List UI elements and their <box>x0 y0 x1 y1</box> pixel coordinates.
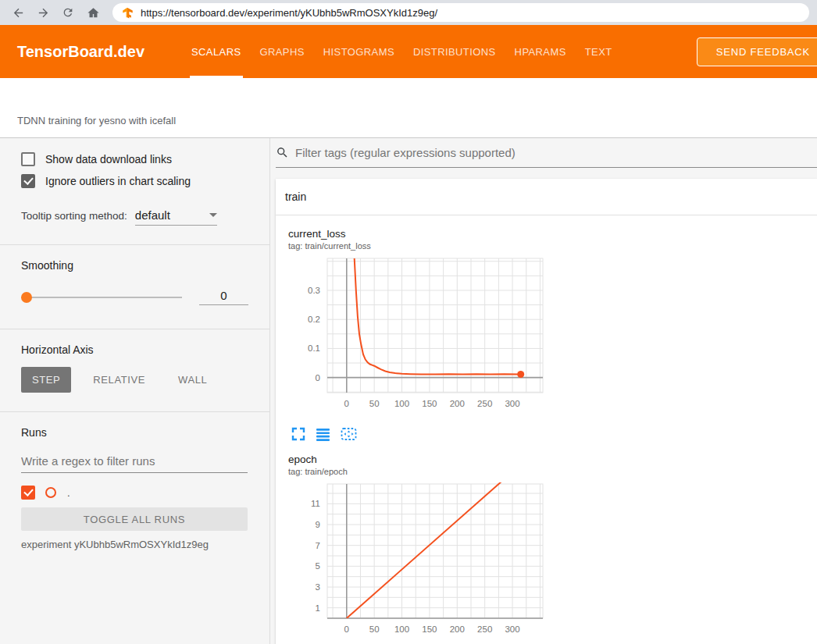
horizontal-axis-label: Horizontal Axis <box>21 343 248 356</box>
axis-option-wall[interactable]: WALL <box>167 367 218 393</box>
group-name: train <box>285 190 306 203</box>
smoothing-slider[interactable] <box>21 292 182 303</box>
run-list-item: . <box>21 486 248 500</box>
main-panel: train current_losstag: train/current_los… <box>270 138 817 644</box>
tensorboard-favicon <box>122 7 134 19</box>
divider <box>0 244 269 245</box>
svg-text:9: 9 <box>316 520 320 529</box>
tooltip-sort-value: default <box>135 208 170 222</box>
chart-title: current_loss <box>288 228 546 240</box>
train-group-card: train current_losstag: train/current_los… <box>276 179 817 644</box>
svg-text:250: 250 <box>477 399 492 408</box>
svg-text:200: 200 <box>450 624 465 634</box>
slider-handle[interactable] <box>21 292 32 303</box>
chart-plot[interactable]: 0501001502002503001357911 <box>285 481 546 643</box>
axis-option-step[interactable]: STEP <box>21 367 71 393</box>
svg-text:0.1: 0.1 <box>308 343 320 353</box>
charts-grid: current_losstag: train/current_loss05010… <box>276 215 817 644</box>
divider <box>0 329 269 329</box>
tab-hparams[interactable]: HPARAMS <box>505 25 576 78</box>
show-download-label: Show data download links <box>45 153 172 165</box>
svg-text:0.2: 0.2 <box>308 315 320 324</box>
run-color-ring-icon <box>45 487 56 498</box>
svg-text:100: 100 <box>394 399 409 408</box>
runs-label: Runs <box>21 426 248 439</box>
settings-sidebar: Show data download links Ignore outliers… <box>0 138 270 644</box>
tag-filter-input[interactable] <box>295 146 817 159</box>
chart-current_loss: current_losstag: train/current_loss05010… <box>285 228 546 441</box>
nav-tabs: SCALARSGRAPHSHISTOGRAMSDISTRIBUTIONSHPAR… <box>182 25 622 78</box>
chart-tag: tag: train/current_loss <box>288 241 546 251</box>
chart-toolbar <box>291 427 546 441</box>
home-icon[interactable] <box>83 2 103 23</box>
train-group-header[interactable]: train <box>276 179 817 215</box>
svg-text:300: 300 <box>505 624 519 634</box>
svg-text:250: 250 <box>477 624 492 634</box>
svg-text:0: 0 <box>344 399 349 408</box>
brand-title: TensorBoard.dev <box>17 43 144 61</box>
tooltip-sort-dropdown[interactable]: default <box>135 208 217 226</box>
tag-filter-bar <box>276 138 817 168</box>
chart-epoch: epochtag: train/epoch0501001502002503001… <box>285 454 546 644</box>
svg-text:100: 100 <box>394 624 409 634</box>
chart-tag: tag: train/epoch <box>288 467 546 476</box>
svg-text:11: 11 <box>311 499 320 508</box>
ignore-outliers-label: Ignore outliers in chart scaling <box>45 175 191 187</box>
tab-scalars[interactable]: SCALARS <box>182 25 251 78</box>
url-bar[interactable]: https://tensorboard.dev/experiment/yKUbh… <box>112 3 809 22</box>
axis-option-relative[interactable]: RELATIVE <box>82 367 156 393</box>
run-name: . <box>67 487 70 499</box>
send-feedback-button[interactable]: SEND FEEDBACK <box>697 37 817 66</box>
svg-text:3: 3 <box>316 582 320 592</box>
svg-text:0.3: 0.3 <box>308 286 320 295</box>
svg-text:5: 5 <box>316 561 320 571</box>
search-icon <box>276 146 289 159</box>
svg-text:150: 150 <box>422 399 437 408</box>
reload-icon[interactable] <box>58 2 78 23</box>
browser-toolbar: https://tensorboard.dev/experiment/yKUbh… <box>0 0 817 25</box>
svg-text:200: 200 <box>450 399 465 408</box>
toggle-all-runs-button[interactable]: TOGGLE ALL RUNS <box>21 507 248 531</box>
svg-text:50: 50 <box>369 399 380 408</box>
horizontal-axis-buttons: STEPRELATIVEWALL <box>21 367 248 393</box>
tab-distributions[interactable]: DISTRIBUTIONS <box>404 25 505 78</box>
chart-plot[interactable]: 05010015020025030000.10.20.3 <box>285 255 546 418</box>
experiment-id: experiment yKUbhb5wRmOSXYkId1z9eg <box>21 539 248 550</box>
ignore-outliers-checkbox[interactable] <box>21 174 35 188</box>
url-text: https://tensorboard.dev/experiment/yKUbh… <box>141 7 437 19</box>
tab-histograms[interactable]: HISTOGRAMS <box>314 25 404 78</box>
svg-text:300: 300 <box>505 399 519 408</box>
experiment-title-bar: TDNN training for yesno with icefall <box>0 78 817 138</box>
svg-text:1: 1 <box>316 603 320 613</box>
tab-graphs[interactable]: GRAPHS <box>251 25 314 78</box>
svg-text:7: 7 <box>316 541 320 550</box>
fullscreen-icon[interactable] <box>291 427 305 441</box>
app-header: TensorBoard.dev SCALARSGRAPHSHISTOGRAMSD… <box>0 25 817 78</box>
divider <box>0 411 269 412</box>
runs-filter-input[interactable] <box>21 454 248 473</box>
forward-icon[interactable] <box>33 2 53 23</box>
back-icon[interactable] <box>8 2 28 23</box>
experiment-title: TDNN training for yesno with icefall <box>17 115 176 126</box>
tab-text[interactable]: TEXT <box>576 25 622 78</box>
svg-text:0: 0 <box>344 624 349 634</box>
svg-text:150: 150 <box>422 624 437 634</box>
svg-text:50: 50 <box>369 624 380 634</box>
smoothing-value[interactable]: 0 <box>199 289 248 305</box>
show-download-checkbox[interactable] <box>21 152 35 166</box>
log-scale-icon[interactable] <box>316 427 330 441</box>
fit-domain-icon[interactable] <box>341 427 357 441</box>
smoothing-label: Smoothing <box>21 259 248 272</box>
run-checkbox[interactable] <box>21 486 35 500</box>
svg-text:0: 0 <box>316 373 320 382</box>
tooltip-sort-label: Tooltip sorting method: <box>21 210 127 222</box>
slider-track <box>21 297 182 298</box>
chart-title: epoch <box>288 454 546 465</box>
chevron-down-icon <box>209 213 217 217</box>
